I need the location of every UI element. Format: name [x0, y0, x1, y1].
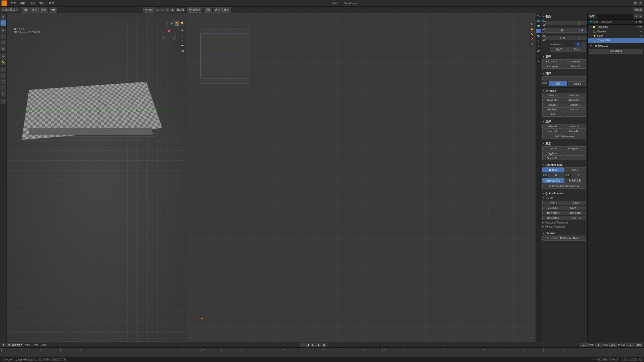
- light-vis-btn[interactable]: 👁: [640, 35, 642, 37]
- cube-vis-btn[interactable]: 👁: [640, 39, 642, 42]
- preset-1024x1024[interactable]: 1024×1024: [542, 211, 564, 215]
- proportional-btn[interactable]: ◎: [160, 8, 165, 12]
- solid-btn[interactable]: ◉: [170, 21, 174, 26]
- cam-vis-btn[interactable]: 👁: [640, 30, 642, 33]
- match-is-btn[interactable]: Match Is...: [565, 107, 586, 112]
- outliner-search[interactable]: [597, 14, 633, 19]
- scale-x-input[interactable]: [545, 36, 579, 40]
- render-display-btn[interactable]: 🖼: [180, 49, 185, 53]
- align-axis-input[interactable]: [542, 76, 586, 81]
- points-input[interactable]: [626, 343, 634, 347]
- menu-render[interactable]: 渲染: [28, 1, 37, 6]
- zoom-in-btn[interactable]: 🔍: [180, 28, 185, 33]
- cleanup-header[interactable]: ▼ Cleanup: [542, 231, 586, 235]
- prop-tab-data[interactable]: ▷: [536, 54, 541, 58]
- wireframe-btn[interactable]: ◻: [165, 21, 169, 26]
- next-frame-btn[interactable]: ▶: [316, 343, 321, 347]
- checker-grid-btn[interactable]: Checker Grid: [542, 178, 564, 183]
- toggle-gr-btn[interactable]: Toggle Gr...: [542, 151, 564, 156]
- move-x-input[interactable]: [545, 21, 579, 25]
- end-points-input[interactable]: [635, 343, 642, 347]
- orient-is-btn[interactable]: Orient Is...: [542, 93, 564, 98]
- scale-islands-g-btn[interactable]: G: [575, 42, 581, 47]
- menu-help[interactable]: 帮助: [47, 1, 56, 6]
- knife-tool[interactable]: ✂: [1, 91, 6, 97]
- coll-vis-btn[interactable]: 👁: [637, 26, 639, 28]
- find-udm-btn[interactable]: Find UDM crossing: [542, 134, 586, 139]
- black-sim-btn[interactable]: Black Sim...: [565, 98, 586, 102]
- align-header[interactable]: ▼ 对齐: [542, 71, 586, 76]
- similar-id-btn[interactable]: Similar Id...: [565, 124, 586, 129]
- outliner-filter-btn[interactable]: ⊡: [634, 14, 638, 18]
- unwrap-header[interactable]: ▼ 展开: [542, 54, 586, 59]
- transform-tool[interactable]: ⊞: [1, 46, 6, 51]
- preset-64x64[interactable]: 64×64: [542, 201, 564, 205]
- unstack2-btn[interactable]: Unstack ...: [565, 103, 586, 107]
- select-header[interactable]: ▼ 选择: [542, 119, 586, 124]
- viewport-select-all[interactable]: ⊕全部: [143, 7, 154, 13]
- timeline-mode-btn[interactable]: 播放(场景) ▼: [7, 343, 23, 347]
- invert-sel-btn[interactable]: Invert sel...: [542, 129, 564, 133]
- start-frame-input[interactable]: [595, 343, 602, 347]
- scale-tool[interactable]: ⤢: [1, 40, 6, 45]
- uv-hand-btn[interactable]: ✋: [530, 27, 534, 31]
- preset-512x512[interactable]: 512×512: [565, 206, 586, 210]
- create-checker-material-btn[interactable]: ⊞ Create Checker Material: [542, 184, 586, 189]
- material-btn[interactable]: 🎨: [175, 21, 179, 26]
- square-presets-header[interactable]: ▼ 正方形: [542, 196, 586, 200]
- add-menu[interactable]: 添加: [39, 7, 48, 13]
- uv-zoom-btn[interactable]: 🔍: [530, 22, 534, 26]
- current-frame-input[interactable]: [580, 343, 588, 347]
- uv-measure-btn[interactable]: 📏: [530, 32, 534, 36]
- rotate-btn[interactable]: 旋转: [542, 112, 564, 117]
- fps-btn[interactable]: 帧率: [24, 343, 31, 347]
- transform-header[interactable]: ▼ 变换: [542, 14, 586, 19]
- preset-2048x2048[interactable]: 2048×2048: [565, 211, 586, 215]
- jump-start-btn[interactable]: ⏮: [300, 343, 305, 347]
- prev-frame-btn[interactable]: ◀: [305, 343, 310, 347]
- menu-edit[interactable]: 编辑: [19, 1, 27, 6]
- align-islands-btn[interactable]: Islands: [568, 81, 586, 86]
- uv-overlay-btn[interactable]: 叠加层: [633, 8, 643, 12]
- extrude-tool[interactable]: ↑: [1, 73, 6, 78]
- uv-image-menu[interactable]: 图像: [222, 7, 231, 13]
- stack-is-btn[interactable]: Stack Isla...: [542, 98, 564, 102]
- select-tool[interactable]: ◻: [1, 20, 6, 26]
- coll-render-btn[interactable]: 📷: [639, 26, 642, 28]
- horizontal-rect-header[interactable]: ▶ Horizontal Rectangle: [542, 221, 586, 224]
- checker-builtin-btn[interactable]: Built-in: [542, 167, 564, 172]
- unstack1-btn[interactable]: Unstack ...: [542, 103, 564, 107]
- transform-btn[interactable]: ⟳: [165, 8, 170, 12]
- remove-checker-btn[interactable]: ⊞ Remove All Checker Mater...: [542, 236, 586, 241]
- annotate-tool[interactable]: ✏: [1, 53, 6, 59]
- display-header[interactable]: ▼ 显示: [542, 141, 586, 146]
- display-empty3[interactable]: [565, 156, 586, 160]
- smooth-tool[interactable]: 〜: [1, 99, 6, 104]
- prop-tab-material[interactable]: ●: [536, 59, 541, 63]
- toggle-co-btn[interactable]: ● Toggle Co...: [565, 146, 586, 151]
- toggle-sh-btn[interactable]: Toggle Sh...: [542, 156, 564, 160]
- interaction-mode[interactable]: ⊙ 物体模式 ▼: [1, 8, 19, 12]
- unwrap-straight2-btn[interactable]: ▸ Straighte...: [542, 64, 564, 69]
- local-btn[interactable]: ◉: [170, 8, 175, 12]
- play-btn[interactable]: ▶: [311, 343, 316, 347]
- display-empty2[interactable]: [565, 151, 586, 156]
- move-tool[interactable]: ✛: [1, 28, 6, 33]
- rotate-g-btn[interactable]: G: [579, 28, 585, 33]
- prop-tab-world[interactable]: 🌍: [536, 24, 541, 28]
- flip-x-btn[interactable]: Flip X: [550, 47, 568, 52]
- checker-color-btn[interactable]: 彩色棋盘格: [564, 178, 586, 183]
- orient-so-btn[interactable]: Orient So...: [565, 93, 586, 98]
- arrange-empty-btn[interactable]: [565, 112, 586, 117]
- view-btn[interactable]: 视图: [32, 343, 39, 347]
- outliner-collection-item[interactable]: ▼ 📁 Collection 👁 📷: [588, 25, 644, 29]
- snap-btn[interactable]: ⊡: [155, 8, 160, 12]
- prop-tab-object[interactable]: ◻: [536, 29, 541, 33]
- view-menu[interactable]: 视图: [21, 7, 29, 13]
- checker-custom-btn[interactable]: 自定义: [564, 167, 586, 172]
- select-all-btn[interactable]: Select all...: [542, 124, 564, 129]
- search-btn[interactable]: 🔍: [633, 1, 637, 5]
- bevel-tool[interactable]: ⌒: [1, 79, 6, 84]
- add-modifier-btn[interactable]: 添加修改器: [589, 49, 642, 54]
- preset-256x256[interactable]: 256×256: [542, 206, 564, 210]
